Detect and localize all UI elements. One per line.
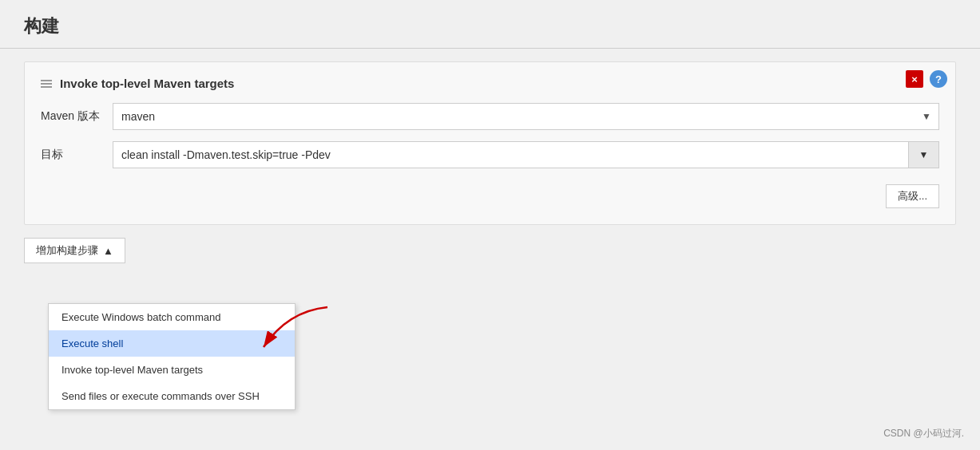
dropdown-arrow-icon: ▼ (919, 149, 929, 160)
advanced-button[interactable]: 高级... (886, 184, 939, 208)
page-title: 构建 (0, 0, 980, 48)
target-input-group: ▼ (113, 141, 939, 168)
maven-version-select[interactable]: maven (113, 103, 939, 130)
target-dropdown-button[interactable]: ▼ (909, 141, 939, 168)
maven-select-wrapper: maven ▼ (113, 103, 939, 130)
page-container: 构建 × ? Invoke top-level Maven targets Ma… (0, 0, 980, 450)
title-divider (0, 48, 980, 49)
target-input[interactable] (113, 141, 909, 168)
menu-item-3[interactable]: Invoke top-level Maven targets (49, 357, 295, 383)
add-step-label: 增加构建步骤 (36, 243, 98, 258)
add-step-button[interactable]: 增加构建步骤 ▲ (24, 238, 125, 263)
close-button[interactable]: × (906, 70, 923, 88)
main-content: × ? Invoke top-level Maven targets Maven… (0, 61, 980, 266)
target-row: 目标 ▼ (41, 141, 939, 168)
menu-item-2[interactable]: Execute shell (49, 330, 295, 357)
menu-item-4[interactable]: Send files or execute commands over SSH (49, 383, 295, 409)
drag-handle (41, 80, 52, 88)
maven-version-label: Maven 版本 (41, 109, 113, 124)
add-step-arrow-icon: ▲ (103, 245, 113, 257)
watermark: CSDN @小码过河. (883, 427, 964, 440)
build-step-card: × ? Invoke top-level Maven targets Maven… (24, 61, 956, 225)
help-button[interactable]: ? (930, 70, 947, 88)
menu-item-1[interactable]: Execute Windows batch command (49, 304, 295, 330)
dropdown-menu: Execute Windows batch command Execute sh… (48, 303, 296, 410)
card-header: Invoke top-level Maven targets (41, 77, 939, 90)
card-title: Invoke top-level Maven targets (60, 77, 234, 90)
maven-version-row: Maven 版本 maven ▼ (41, 103, 939, 130)
target-label: 目标 (41, 148, 113, 162)
